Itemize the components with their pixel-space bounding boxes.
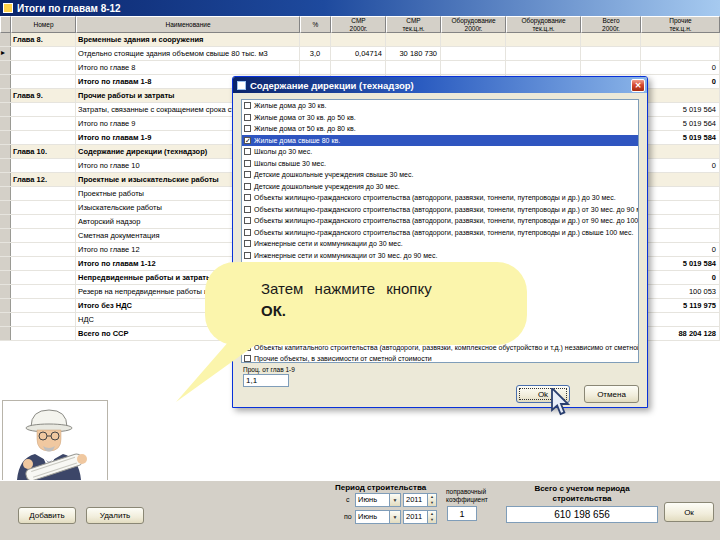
row-selector[interactable]	[0, 145, 11, 158]
month-to-select[interactable]: Июнь ▼	[355, 510, 401, 524]
list-item[interactable]: Инженерные сети и коммуникации до 30 мес…	[242, 238, 638, 250]
column-header-total-2000[interactable]: Всего2000г.	[581, 16, 641, 33]
cell-other-cur: 88 204 128	[641, 327, 720, 340]
column-header-percent[interactable]: %	[300, 16, 331, 33]
checkbox-icon[interactable]	[244, 137, 251, 144]
cell-number	[11, 215, 76, 228]
cell-equip-2000	[441, 47, 506, 60]
list-item[interactable]: Детские дошкольные учреждения до 30 мес.	[242, 181, 638, 193]
checkbox-icon[interactable]	[244, 229, 251, 236]
add-button[interactable]: Добавить	[18, 507, 76, 524]
row-selector[interactable]	[0, 131, 11, 144]
column-header-number[interactable]: Номер	[11, 16, 76, 33]
engineer-image	[2, 400, 108, 481]
column-header-name[interactable]: Наименование	[76, 16, 300, 33]
row-selector[interactable]	[0, 201, 11, 214]
checkbox-icon[interactable]	[244, 125, 251, 132]
list-item[interactable]: Жилые дома до 30 кв.	[242, 100, 638, 112]
chevron-down-icon[interactable]: ▼	[389, 511, 400, 523]
row-selector[interactable]	[0, 117, 11, 130]
cell-number	[11, 131, 76, 144]
column-header-equip-cur[interactable]: Оборудованиетек.ц.н.	[506, 16, 581, 33]
month-from-select[interactable]: Июнь ▼	[355, 493, 401, 507]
list-item[interactable]: Жилые дома от 50 кв. до 80 кв.	[242, 123, 638, 135]
row-selector[interactable]	[0, 187, 11, 200]
row-selector[interactable]	[0, 229, 11, 242]
checkbox-icon[interactable]	[244, 102, 251, 109]
row-selector[interactable]	[0, 271, 11, 284]
cell-smr-cur: 30 180 730	[386, 47, 441, 60]
cell-equip-cur	[506, 47, 581, 60]
row-selector[interactable]	[0, 103, 11, 116]
delete-button[interactable]: Удалить	[86, 507, 144, 524]
list-item[interactable]: Инженерные сети и коммуникации от 30 мес…	[242, 250, 638, 262]
cell-other-cur: 0	[641, 75, 720, 88]
list-item[interactable]: Объекты жилищно-гражданского строительст…	[242, 204, 638, 216]
row-selector[interactable]	[0, 243, 11, 256]
cell-number: Глава 8.	[11, 33, 76, 46]
table-row[interactable]: Отдельно стоящие здания объемом свыше 80…	[0, 47, 720, 61]
panel-ok-button[interactable]: Ок	[664, 502, 714, 522]
list-item-label: Объекты жилищно-гражданского строительст…	[254, 217, 638, 224]
list-item[interactable]: Прочие объекты, в зависимости от сметной…	[242, 353, 638, 363]
checkbox-icon[interactable]	[244, 183, 251, 190]
column-header-label: СМР	[332, 17, 385, 24]
cell-other-cur: 0	[641, 243, 720, 256]
checkbox-icon[interactable]	[244, 194, 251, 201]
checkbox-icon[interactable]	[244, 114, 251, 121]
list-item[interactable]: Школы до 30 мес.	[242, 146, 638, 158]
cell-smr-2000: 0,04714	[331, 47, 386, 60]
close-icon[interactable]	[631, 79, 645, 92]
row-selector[interactable]	[0, 285, 11, 298]
row-selector[interactable]	[0, 327, 11, 340]
row-selector[interactable]	[0, 159, 11, 172]
dialog-titlebar[interactable]: Содержание дирекции (технадзор)	[233, 77, 647, 93]
column-header-other-cur[interactable]: Прочиетек.ц.н.	[641, 16, 720, 33]
list-item[interactable]: Объекты жилищно-гражданского строительст…	[242, 215, 638, 227]
row-selector[interactable]	[0, 75, 11, 88]
list-item[interactable]: Детские дошкольные учреждения свыше 30 м…	[242, 169, 638, 181]
row-selector[interactable]	[0, 313, 11, 326]
year-from-stepper[interactable]: 2011 ▲▼	[403, 493, 437, 507]
row-selector[interactable]	[0, 33, 11, 46]
window-title: Итоги по главам 8-12	[17, 3, 121, 14]
coefficient-input[interactable]	[447, 506, 477, 521]
list-item[interactable]: Объекты жилищно-гражданского строительст…	[242, 192, 638, 204]
column-header-smr-2000[interactable]: СМР2000г.	[331, 16, 386, 33]
row-selector[interactable]	[0, 47, 11, 60]
spinner-icon[interactable]: ▲▼	[427, 494, 436, 506]
table-row[interactable]: Итого по главе 8 0	[0, 61, 720, 75]
list-item[interactable]: Объекты жилищно-гражданского строительст…	[242, 227, 638, 239]
spinner-icon[interactable]: ▲▼	[427, 511, 436, 523]
window-titlebar[interactable]: Итоги по главам 8-12	[0, 0, 720, 16]
year-to-stepper[interactable]: 2011 ▲▼	[403, 510, 437, 524]
column-header-label: %	[301, 21, 330, 28]
dialog-icon	[237, 81, 246, 90]
row-selector[interactable]	[0, 173, 11, 186]
table-row[interactable]: Глава 8. Временные здания и сооружения	[0, 33, 720, 47]
cell-number	[11, 327, 76, 340]
cancel-button[interactable]: Отмена	[584, 385, 639, 403]
checkbox-icon[interactable]	[244, 171, 251, 178]
checkbox-icon[interactable]	[244, 148, 251, 155]
speech-bubble: Затем нажмите кнопку ОК.	[205, 262, 527, 345]
list-item[interactable]: Жилые дома свыше 80 кв.	[242, 135, 638, 147]
column-header-smr-cur[interactable]: СМРтек.ц.н.	[386, 16, 441, 33]
row-selector[interactable]	[0, 61, 11, 74]
row-selector[interactable]	[0, 257, 11, 270]
list-item[interactable]: Школы свыше 30 мес.	[242, 158, 638, 170]
row-selector[interactable]	[0, 299, 11, 312]
column-header-label: Оборудование	[507, 17, 580, 24]
row-selector[interactable]	[0, 215, 11, 228]
checkbox-icon[interactable]	[244, 217, 251, 224]
checkbox-icon[interactable]	[244, 240, 251, 247]
bottom-panel: Добавить Удалить Период строительства с …	[0, 480, 720, 540]
column-header-equip-2000[interactable]: Оборудование2000г.	[441, 16, 506, 33]
checkbox-icon[interactable]	[244, 160, 251, 167]
checkbox-icon[interactable]	[244, 252, 251, 259]
chevron-down-icon[interactable]: ▼	[389, 494, 400, 506]
total-with-period-value[interactable]	[506, 506, 658, 523]
row-selector[interactable]	[0, 89, 11, 102]
list-item[interactable]: Жилые дома от 30 кв. до 50 кв.	[242, 112, 638, 124]
checkbox-icon[interactable]	[244, 206, 251, 213]
